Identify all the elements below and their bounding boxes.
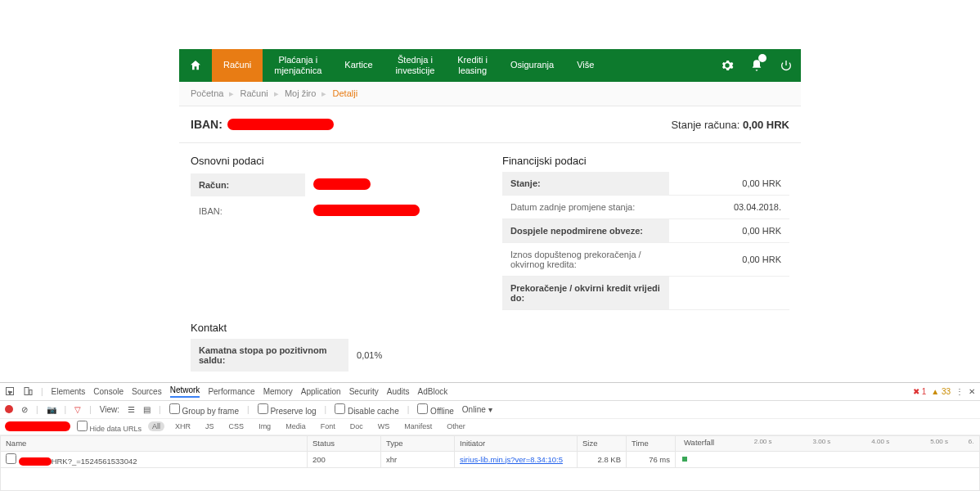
filter-chip-ws[interactable]: WS <box>374 421 394 431</box>
nav-tab-label: Više <box>577 60 594 70</box>
clear-button[interactable]: ⊘ <box>21 405 28 414</box>
nav-tab-krediti[interactable]: Krediti i leasing <box>446 49 499 82</box>
cell-initiator: sirius-lib.min.js?ver=8.34:10:5 <box>455 451 578 467</box>
error-count[interactable]: ✖ 1 <box>913 387 926 396</box>
col-name[interactable]: Name <box>1 435 308 451</box>
redacted-name <box>19 457 52 466</box>
nav-tab-label: Računi <box>223 60 251 70</box>
filter-input-redacted[interactable] <box>5 421 70 431</box>
settings-button[interactable] <box>713 49 742 82</box>
cell-type: xhr <box>381 451 455 467</box>
basic-title: Osnovni podaci <box>191 155 478 167</box>
fin-row: Datum zadnje promjene stanja: 03.04.2018… <box>502 196 789 219</box>
filter-chip-xhr[interactable]: XHR <box>171 421 195 431</box>
dt-tab-console[interactable]: Console <box>93 387 124 396</box>
logout-button[interactable] <box>771 49 801 82</box>
dt-tab-security[interactable]: Security <box>349 387 379 396</box>
filter-chip-js[interactable]: JS <box>201 421 218 431</box>
group-by-frame-checkbox[interactable]: Group by frame <box>169 403 239 416</box>
disable-cache-checkbox[interactable]: Disable cache <box>335 403 399 416</box>
nav-tab-osiguranja[interactable]: Osiguranja <box>499 49 565 82</box>
row-label: Datum zadnje promjene stanja: <box>502 196 669 218</box>
dt-tab-network[interactable]: Network <box>170 385 200 398</box>
timeline-mark: 2.00 s <box>754 438 772 445</box>
dt-tab-memory[interactable]: Memory <box>263 387 293 396</box>
iban-label: IBAN: <box>191 118 223 131</box>
col-size[interactable]: Size <box>578 435 627 451</box>
dt-tab-audits[interactable]: Audits <box>387 387 410 396</box>
view-large-icon[interactable]: ☰ <box>128 405 135 414</box>
cell-name: HRK?_=1524561533042 <box>1 451 308 467</box>
home-icon <box>189 59 202 72</box>
filter-chip-font[interactable]: Font <box>317 421 339 431</box>
dt-tab-performance[interactable]: Performance <box>208 387 254 396</box>
fin-row: Prekoračenje / okvirni kredit vrijedi do… <box>502 277 789 310</box>
dt-tab-elements[interactable]: Elements <box>52 387 86 396</box>
crumb-accounts[interactable]: Računi <box>241 88 268 98</box>
row-label: Kamatna stopa po pozitivnom saldu: <box>191 339 348 372</box>
nav-tab-kartice[interactable]: Kartice <box>333 49 384 82</box>
throttling-select[interactable]: Online ▾ <box>462 405 492 414</box>
network-header-row: Name Status Type Initiator Size Time Wat… <box>1 435 980 451</box>
row-label: Dospjele nepodmirene obveze: <box>502 219 669 242</box>
nav-tab-racuni[interactable]: Računi <box>212 49 263 82</box>
filter-icon[interactable]: ▽ <box>74 405 81 414</box>
hide-data-urls-checkbox[interactable]: Hide data URLs <box>77 421 142 433</box>
filter-chip-all[interactable]: All <box>148 421 164 431</box>
svg-rect-1 <box>25 388 29 395</box>
view-small-icon[interactable]: ▤ <box>143 405 151 414</box>
nav-tab-stednja[interactable]: Štednja i investicije <box>384 49 447 82</box>
cell-status: 200 <box>308 451 381 467</box>
gear-icon <box>721 59 734 72</box>
col-time[interactable]: Time <box>627 435 676 451</box>
timeline-mark: 5.00 s <box>930 438 948 445</box>
crumb-myziro[interactable]: Moj žiro <box>285 88 317 98</box>
filter-chip-doc[interactable]: Doc <box>346 421 367 431</box>
filter-chip-css[interactable]: CSS <box>225 421 249 431</box>
dt-tab-adblock[interactable]: AdBlock <box>418 387 448 396</box>
notifications-button[interactable] <box>742 49 771 82</box>
preserve-log-checkbox[interactable]: Preserve log <box>258 403 317 416</box>
row-label: Račun: <box>191 173 305 196</box>
dt-tab-application[interactable]: Application <box>301 387 341 396</box>
devtools-menu-icon[interactable]: ⋮ <box>955 387 964 396</box>
basic-panel: Osnovni podaci Račun: IBAN: <box>191 155 478 310</box>
nav-tab-vise[interactable]: Više <box>565 49 605 82</box>
devtools-close-icon[interactable]: ✕ <box>969 387 975 396</box>
row-value <box>305 172 478 198</box>
filter-chip-manifest[interactable]: Manifest <box>400 421 436 431</box>
filter-chip-img[interactable]: Img <box>254 421 275 431</box>
record-button[interactable] <box>5 405 13 413</box>
col-initiator[interactable]: Initiator <box>455 435 578 451</box>
warning-count[interactable]: ▲ 33 <box>931 387 951 396</box>
redacted-value <box>313 178 371 190</box>
kontakt-title: Kontakt <box>191 322 478 334</box>
fin-title: Financijski podaci <box>502 155 789 167</box>
devtools-panel: | Elements Console Sources Network Perfo… <box>0 382 980 491</box>
crumb-home[interactable]: Početna <box>191 88 223 98</box>
row-value: 0,00 HRK <box>669 172 789 195</box>
initiator-link[interactable]: sirius-lib.min.js?ver=8.34:10:5 <box>460 455 563 464</box>
network-row[interactable]: HRK?_=1524561533042 200 xhr sirius-lib.m… <box>1 451 980 467</box>
view-label: View: <box>100 405 119 414</box>
row-account: Račun: <box>191 172 478 198</box>
inspect-icon[interactable] <box>5 386 15 396</box>
col-waterfall[interactable]: Waterfall 2.00 s 3.00 s 4.00 s 5.00 s 6. <box>676 435 980 451</box>
capture-screenshot-icon[interactable]: 📷 <box>47 405 56 414</box>
offline-checkbox[interactable]: Offline <box>417 403 454 416</box>
filter-chip-other[interactable]: Other <box>443 421 470 431</box>
row-checkbox[interactable] <box>6 453 16 464</box>
home-button[interactable] <box>179 49 212 82</box>
filter-chip-media[interactable]: Media <box>281 421 310 431</box>
fin-row: Stanje: 0,00 HRK <box>502 172 789 196</box>
row-value <box>669 286 789 300</box>
dt-tab-sources[interactable]: Sources <box>132 387 162 396</box>
row-label: Iznos dopuštenog prekoračenja / okvirnog… <box>502 243 669 276</box>
row-label: IBAN: <box>191 200 305 223</box>
nav-tab-placanja[interactable]: Plaćanja i mjenjačnica <box>263 49 333 82</box>
device-toggle-icon[interactable] <box>23 386 33 396</box>
col-status[interactable]: Status <box>308 435 381 451</box>
devtools-tabs: | Elements Console Sources Network Perfo… <box>0 383 980 401</box>
col-type[interactable]: Type <box>381 435 455 451</box>
timeline-mark: 6. <box>969 438 974 445</box>
